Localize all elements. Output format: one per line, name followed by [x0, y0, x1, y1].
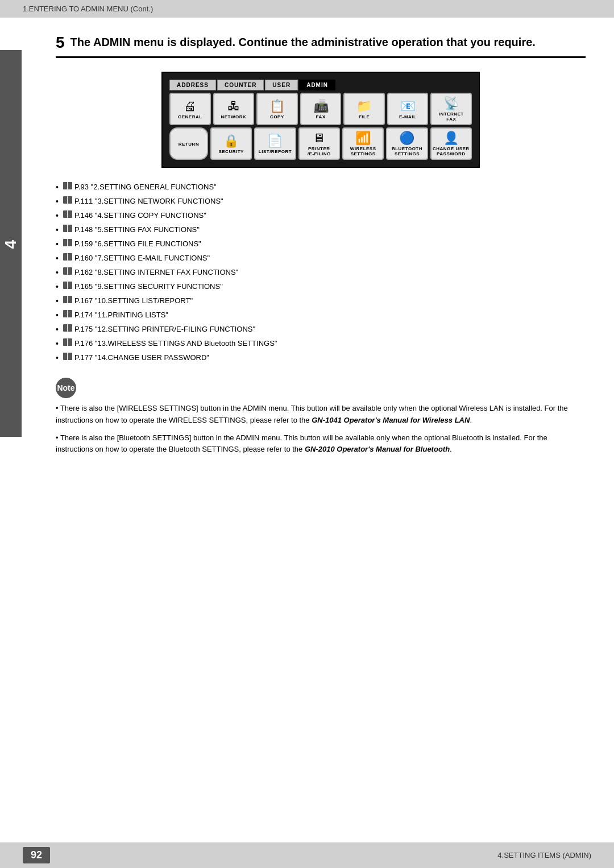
bullet-list: P.93 "2.SETTING GENERAL FUNCTIONS" P.111… [56, 181, 586, 364]
copy-icon: 📋 [269, 100, 285, 113]
menu-row-2: RETURN 🔒 SECURITY 📄 LIST/REPORT 🖥 PRINTE… [169, 127, 472, 160]
book-icon-8 [63, 282, 72, 289]
note-text-1: • There is also the [WIRELESS SETTINGS] … [56, 403, 586, 427]
book-icon-10 [63, 310, 72, 317]
btn-general[interactable]: 🖨 GENERAL [169, 93, 211, 125]
list-item: P.174 "11.PRINTING LISTS" [56, 309, 586, 321]
book-icon-2 [63, 196, 72, 204]
list-item: P.177 "14.CHANGE USER PASSWORD" [56, 352, 586, 364]
btn-copy[interactable]: 📋 COPY [256, 93, 298, 125]
list-item: P.148 "5.SETTING FAX FUNCTIONS" [56, 224, 586, 236]
tab-address[interactable]: ADDRESS [169, 80, 216, 90]
book-icon-3 [63, 210, 72, 218]
btn-return[interactable]: RETURN [169, 127, 208, 160]
btn-security[interactable]: 🔒 SECURITY [210, 127, 252, 160]
btn-internet-fax[interactable]: 📡 INTERNET FAX [430, 93, 472, 125]
fax-label: FAX [316, 114, 325, 119]
note-label: Note [57, 383, 74, 392]
list-item: P.176 "13.WIRELESS SETTINGS AND Bluetoot… [56, 338, 586, 350]
page-number: 92 [23, 847, 50, 863]
book-icon-12 [63, 338, 72, 346]
list-item: P.93 "2.SETTING GENERAL FUNCTIONS" [56, 181, 586, 193]
list-item: P.146 "4.SETTING COPY FUNCTIONS" [56, 210, 586, 222]
footer-text: 4.SETTING ITEMS (ADMIN) [497, 851, 591, 859]
book-icon-5 [63, 239, 72, 246]
list-item: P.175 "12.SETTING PRINTER/E-FILING FUNCT… [56, 324, 586, 336]
tab-admin[interactable]: ADMIN [299, 80, 335, 90]
email-label: E-MAIL [399, 114, 417, 119]
list-item: P.167 "10.SETTING LIST/REPORT" [56, 295, 586, 307]
header-text: 1.ENTERING TO ADMIN MENU (Cont.) [23, 5, 153, 13]
header-bar: 1.ENTERING TO ADMIN MENU (Cont.) [0, 0, 614, 18]
list-item: P.162 "8.SETTING INTERNET FAX FUNCTIONS" [56, 267, 586, 279]
tabs-row: ADDRESS COUNTER USER ADMIN [169, 80, 472, 90]
book-icon-11 [63, 324, 72, 332]
list-item: P.165 "9.SETTING SECURITY FUNCTIONS" [56, 281, 586, 293]
bluetooth-label: Bluetooth SETTINGS [392, 146, 422, 156]
admin-menu-image: ADDRESS COUNTER USER ADMIN 🖨 GENERAL 🖧 N… [161, 72, 480, 168]
file-label: FILE [359, 114, 370, 119]
book-icon-6 [63, 253, 72, 261]
return-label: RETURN [179, 142, 199, 147]
internet-fax-icon: 📡 [443, 97, 459, 110]
file-icon: 📁 [356, 100, 372, 113]
note-bold-1: GN-1041 Operator's Manual for Wireless L… [312, 416, 470, 424]
note-text-2: • There is also the [Bluetooth SETTINGS]… [56, 432, 586, 456]
internet-fax-label: INTERNET FAX [434, 111, 468, 122]
btn-file[interactable]: 📁 FILE [343, 93, 385, 125]
printer-efiling-label: PRINTER /E-FILING [308, 146, 331, 156]
fax-icon: 📠 [313, 100, 329, 113]
network-icon: 🖧 [227, 100, 240, 113]
btn-printer-efiling[interactable]: 🖥 PRINTER /E-FILING [298, 127, 340, 160]
list-report-label: LIST/REPORT [259, 149, 292, 154]
book-icon-1 [63, 182, 72, 189]
general-label: GENERAL [178, 114, 202, 119]
wireless-label: WIRELESS SETTINGS [350, 146, 376, 156]
wireless-icon: 📶 [355, 132, 371, 144]
change-user-password-label: CHANGE USER PASSWORD [433, 146, 470, 156]
footer: 92 4.SETTING ITEMS (ADMIN) [0, 842, 614, 868]
printer-efiling-icon: 🖥 [313, 132, 325, 144]
btn-email[interactable]: 📧 E-MAIL [387, 93, 429, 125]
general-icon: 🖨 [184, 100, 196, 113]
note-section: Note • There is also the [WIRELESS SETTI… [56, 378, 586, 456]
network-label: NETWORK [221, 114, 246, 119]
note-badge: Note [56, 378, 76, 398]
list-item: P.159 "6.SETTING FILE FUNCTIONS" [56, 238, 586, 250]
change-user-password-icon: 👤 [443, 132, 459, 144]
main-content: 5 The ADMIN menu is displayed. Continue … [22, 18, 614, 484]
btn-wireless[interactable]: 📶 WIRELESS SETTINGS [342, 127, 384, 160]
list-item: P.111 "3.SETTING NETWORK FUNCTIONS" [56, 196, 586, 208]
email-icon: 📧 [400, 100, 416, 113]
book-icon-9 [63, 296, 72, 303]
btn-list-report[interactable]: 📄 LIST/REPORT [254, 127, 296, 160]
book-icon-4 [63, 225, 72, 232]
bluetooth-icon: 🔵 [399, 132, 414, 144]
security-icon: 🔒 [223, 135, 239, 147]
btn-change-user-password[interactable]: 👤 CHANGE USER PASSWORD [430, 127, 472, 160]
tab-user[interactable]: USER [265, 80, 298, 90]
note-bold-2: GN-2010 Operator's Manual for Bluetooth [305, 445, 450, 453]
chapter-bar: 4 [0, 50, 22, 437]
book-icon-7 [63, 267, 72, 275]
step-number: 5 [56, 35, 65, 51]
list-item: P.160 "7.SETTING E-MAIL FUNCTIONS" [56, 253, 586, 264]
btn-fax[interactable]: 📠 FAX [300, 93, 342, 125]
copy-label: COPY [270, 114, 284, 119]
security-label: SECURITY [218, 149, 243, 154]
btn-bluetooth[interactable]: 🔵 Bluetooth SETTINGS [386, 127, 428, 160]
step-heading: 5 The ADMIN menu is displayed. Continue … [56, 35, 586, 58]
menu-row-1: 🖨 GENERAL 🖧 NETWORK 📋 COPY 📠 FAX 📁 FILE … [169, 93, 472, 125]
list-report-icon: 📄 [267, 135, 283, 147]
book-icon-13 [63, 353, 72, 360]
chapter-number: 4 [2, 238, 20, 249]
step-text: The ADMIN menu is displayed. Continue th… [70, 35, 536, 49]
tab-counter[interactable]: COUNTER [217, 80, 264, 90]
btn-network[interactable]: 🖧 NETWORK [213, 93, 255, 125]
